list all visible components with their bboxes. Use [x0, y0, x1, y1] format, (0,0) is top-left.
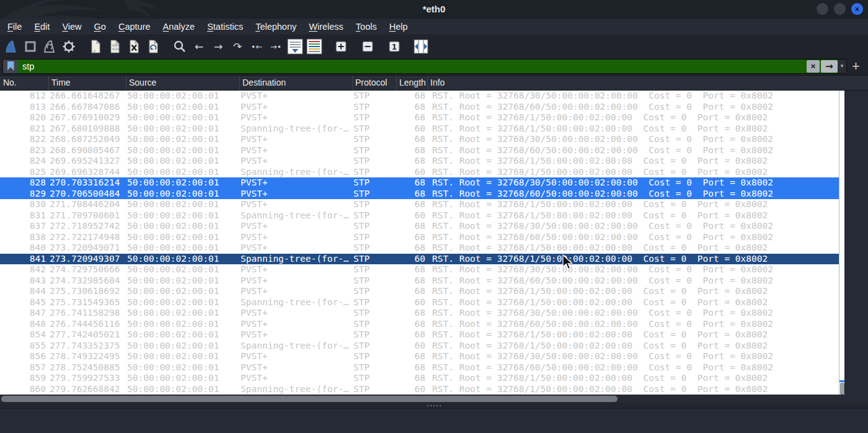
find-packet-button[interactable]: [171, 38, 188, 55]
packet-row[interactable]: 813266.66784708650:00:00:02:00:01PVST+ST…: [0, 102, 839, 113]
packet-row[interactable]: 824269.69524132750:00:00:02:00:01PVST+ST…: [0, 156, 839, 167]
cell-no: 845: [0, 297, 48, 308]
menu-help[interactable]: Help: [383, 19, 414, 35]
packet-row[interactable]: 854277.74240502150:00:00:02:00:01PVST+ST…: [0, 329, 839, 341]
add-filter-button[interactable]: +: [847, 60, 865, 73]
packet-row[interactable]: 812266.66164826750:00:00:02:00:01PVST+ST…: [0, 91, 839, 102]
column-header-source[interactable]: Source: [126, 76, 239, 90]
cell-time: 266.661648267: [48, 91, 126, 102]
packet-row[interactable]: 840273.72094907150:00:00:02:00:01PVST+ST…: [0, 243, 839, 254]
packet-row[interactable]: 828270.70331621450:00:00:02:00:01PVST+ST…: [0, 177, 839, 189]
zoom-out-button[interactable]: [359, 38, 376, 55]
packet-row[interactable]: 859279.75992753350:00:00:02:00:01PVST+ST…: [0, 373, 839, 384]
menu-analyze[interactable]: Analyze: [157, 19, 202, 35]
cell-destination: PVST+: [239, 102, 352, 113]
packet-detail-pane-collapsed: [0, 408, 868, 433]
packet-row[interactable]: 820267.67691002950:00:00:02:00:01PVST+ST…: [0, 112, 839, 123]
packet-row[interactable]: 842274.72975066650:00:00:02:00:01PVST+ST…: [0, 264, 839, 275]
display-filter-input[interactable]: stp: [18, 60, 806, 73]
menu-tools[interactable]: Tools: [350, 19, 383, 35]
column-header-destination[interactable]: Destination: [239, 76, 352, 90]
save-file-button[interactable]: 01010110: [106, 38, 123, 55]
cell-info: RST. Root = 32768/60/50:00:00:02:00:00 C…: [427, 275, 839, 287]
packet-row[interactable]: 838272.72217494850:00:00:02:00:01PVST+ST…: [0, 232, 839, 243]
pane-splitter[interactable]: [0, 403, 868, 408]
packet-row[interactable]: 837272.71895274250:00:00:02:00:01PVST+ST…: [0, 221, 839, 232]
column-header-no[interactable]: No.: [0, 76, 48, 90]
cell-protocol: STP: [352, 297, 396, 308]
clear-filter-button[interactable]: ×: [807, 60, 820, 73]
capture-options-button[interactable]: [60, 38, 78, 55]
arrow-right-icon: →: [825, 61, 833, 72]
column-header-length[interactable]: Length: [396, 76, 427, 90]
reload-file-button[interactable]: [144, 38, 162, 55]
auto-scroll-button[interactable]: [286, 38, 304, 55]
menu-statistics[interactable]: Statistics: [201, 19, 249, 35]
zoom-in-button[interactable]: [332, 38, 350, 55]
cell-no: 842: [0, 264, 48, 275]
column-header-time[interactable]: Time: [48, 76, 126, 90]
packet-row[interactable]: 844275.73061869250:00:00:02:00:01PVST+ST…: [0, 286, 839, 297]
open-file-button[interactable]: [87, 38, 104, 55]
cell-destination: PVST+: [239, 91, 352, 102]
horizontal-scrollbar[interactable]: [0, 395, 839, 403]
cell-protocol: STP: [352, 286, 396, 297]
stop-capture-button[interactable]: [22, 38, 39, 55]
cell-length: 68: [396, 112, 427, 123]
colorize-button[interactable]: [306, 38, 323, 55]
maximize-button[interactable]: [834, 3, 846, 15]
packet-row[interactable]: 821267.68010988850:00:00:02:00:01Spannin…: [0, 123, 839, 135]
close-button[interactable]: ×: [851, 3, 863, 15]
cell-info: RST. Root = 32768/1/50:00:00:02:00:00 Co…: [427, 384, 839, 395]
packet-row[interactable]: 860279.76266884250:00:00:02:00:01Spannin…: [0, 384, 839, 395]
packet-row[interactable]: 848276.74445611650:00:00:02:00:01PVST+ST…: [0, 319, 839, 330]
packet-row[interactable]: 825269.69632874450:00:00:02:00:01Spannin…: [0, 167, 839, 178]
packet-row[interactable]: 830271.70844620450:00:00:02:00:01PVST+ST…: [0, 199, 839, 210]
go-first-packet-button[interactable]: •←: [248, 38, 265, 55]
vertical-scrollbar-thumb[interactable]: [840, 383, 844, 395]
cell-source: 50:00:00:02:00:01: [126, 384, 239, 395]
packet-row[interactable]: 831271.70970060150:00:00:02:00:01Spannin…: [0, 210, 839, 221]
menu-wireless[interactable]: Wireless: [303, 19, 350, 35]
menu-view[interactable]: View: [56, 19, 87, 35]
cell-info: RST. Root = 32768/60/50:00:00:02:00:00 C…: [427, 362, 839, 373]
cell-time: 270.706500484: [48, 189, 126, 200]
vertical-scrollbar[interactable]: [839, 91, 844, 395]
horizontal-scrollbar-thumb[interactable]: [1, 396, 618, 402]
restart-capture-button[interactable]: [41, 38, 58, 55]
packet-row[interactable]: 843274.73298568450:00:00:02:00:01PVST+ST…: [0, 275, 839, 287]
zoom-reset-button[interactable]: 1: [386, 38, 403, 55]
packet-row[interactable]: 855277.74335237550:00:00:02:00:01Spannin…: [0, 341, 839, 352]
column-header-protocol[interactable]: Protocol: [352, 76, 396, 90]
menu-capture[interactable]: Capture: [112, 19, 157, 35]
packet-row[interactable]: 857278.75245088550:00:00:02:00:01PVST+ST…: [0, 362, 839, 373]
packet-row[interactable]: 856278.74932249550:00:00:02:00:01PVST+ST…: [0, 351, 839, 362]
start-capture-button[interactable]: [2, 38, 20, 55]
cell-time: 269.696328744: [48, 167, 126, 178]
filter-dropdown-button[interactable]: ▼: [838, 60, 846, 73]
menu-edit[interactable]: Edit: [28, 19, 56, 35]
filter-bookmark-button[interactable]: [3, 60, 18, 73]
cell-source: 50:00:00:02:00:01: [126, 167, 239, 178]
apply-filter-button[interactable]: →: [821, 60, 838, 73]
packet-row[interactable]: 841273.72094930750:00:00:02:00:01Spannin…: [0, 254, 839, 265]
packet-row[interactable]: 829270.70650048450:00:00:02:00:01PVST+ST…: [0, 189, 839, 200]
go-forward-button[interactable]: →: [210, 38, 227, 55]
go-back-button[interactable]: ←: [190, 38, 208, 55]
minimize-button[interactable]: [817, 3, 828, 15]
packet-row[interactable]: 847276.74115829850:00:00:02:00:01PVST+ST…: [0, 308, 839, 319]
packet-row[interactable]: 823268.69080546750:00:00:02:00:01PVST+ST…: [0, 145, 839, 156]
packet-row[interactable]: 845275.73154936550:00:00:02:00:01Spannin…: [0, 297, 839, 308]
resize-columns-button[interactable]: [412, 38, 430, 55]
packet-row[interactable]: 822268.68725204950:00:00:02:00:01PVST+ST…: [0, 134, 839, 145]
go-last-packet-button[interactable]: →•: [267, 38, 285, 55]
cell-time: 266.667847086: [48, 102, 126, 113]
cell-info: RST. Root = 32768/60/50:00:00:02:00:00 C…: [427, 102, 839, 113]
close-file-button[interactable]: [125, 38, 143, 55]
menu-telephony[interactable]: Telephony: [249, 19, 303, 35]
menu-file[interactable]: File: [1, 19, 28, 35]
go-to-packet-button[interactable]: ↷: [229, 38, 246, 55]
column-header-info[interactable]: Info: [427, 76, 868, 90]
menu-go[interactable]: Go: [88, 19, 112, 35]
cell-destination: Spanning-tree-(for-…: [239, 123, 352, 135]
